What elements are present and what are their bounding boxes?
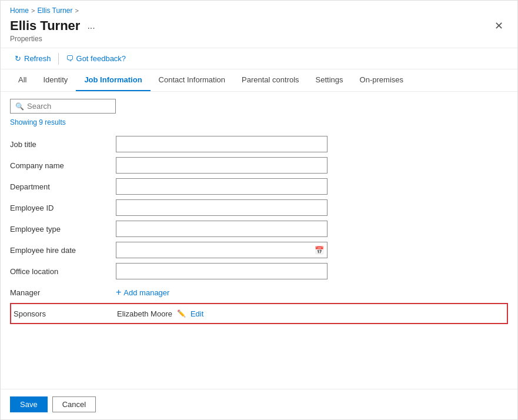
input-job-title[interactable] [116,136,327,152]
control-company-name [116,157,327,174]
tab-job-information[interactable]: Job Information [76,69,150,91]
toolbar-separator [58,53,59,65]
form-row-job-title: Job title [10,134,508,155]
tab-all[interactable]: All [10,69,35,91]
search-container: 🔍 [10,99,116,114]
page-wrapper: Home > Ellis Turner > Ellis Turner ... ✕… [0,0,518,420]
sponsor-name: Elizabeth Moore [117,309,172,318]
tab-parental-controls[interactable]: Parental controls [233,69,308,91]
tabs-container: All Identity Job Information Contact Inf… [1,69,517,92]
input-office-location[interactable] [116,263,327,279]
form-row-department: Department [10,176,508,197]
add-manager-label: Add manager [123,288,169,297]
form-row-company-name: Company name [10,155,508,176]
control-job-title [116,136,327,152]
control-manager: + Add manager [116,287,327,298]
tab-contact-information[interactable]: Contact Information [151,69,233,91]
breadcrumb-separator-2: > [75,7,78,14]
label-company-name: Company name [10,161,116,170]
subtitle: Properties [1,35,517,48]
control-employee-type [116,221,327,237]
control-hire-date: 📅 [116,242,327,258]
tab-settings[interactable]: Settings [308,69,352,91]
tab-identity[interactable]: Identity [35,69,76,91]
cancel-button[interactable]: Cancel [52,396,96,412]
feedback-label: Got feedback? [76,54,126,63]
date-input-wrapper: 📅 [116,242,327,258]
form-row-sponsors: Sponsors Elizabeth Moore ✏️ Edit [10,303,508,324]
label-hire-date: Employee hire date [10,246,116,255]
results-count: Showing 9 results [10,118,508,126]
form-row-manager: Manager + Add manager [10,282,508,303]
feedback-button[interactable]: 🗨 Got feedback? [61,52,131,65]
plus-icon: + [116,287,121,298]
label-manager: Manager [10,288,116,297]
breadcrumb: Home > Ellis Turner > [1,1,517,16]
content-area: 🔍 Showing 9 results Job title Company na… [1,92,517,394]
input-department[interactable] [116,178,327,195]
search-input[interactable] [27,102,103,111]
breadcrumb-home[interactable]: Home [10,6,29,15]
page-title: Ellis Turner [10,18,80,34]
footer: Save Cancel [1,389,517,419]
label-sponsors: Sponsors [11,309,117,318]
input-employee-id[interactable] [116,199,327,216]
refresh-button[interactable]: ↻ Refresh [10,52,56,65]
refresh-icon: ↻ [15,54,21,63]
form-row-hire-date: Employee hire date 📅 [10,239,508,261]
form-row-office-location: Office location [10,261,508,282]
input-employee-type[interactable] [116,221,327,237]
title-area: Ellis Turner ... ✕ [1,16,517,35]
input-company-name[interactable] [116,157,327,174]
more-options-button[interactable]: ... [85,19,97,32]
close-button[interactable]: ✕ [490,18,508,34]
breadcrumb-user[interactable]: Ellis Turner [37,6,72,15]
label-office-location: Office location [10,267,116,276]
label-employee-id: Employee ID [10,204,116,212]
feedback-icon: 🗨 [66,54,73,63]
label-job-title: Job title [10,140,116,149]
calendar-icon: 📅 [315,246,324,255]
breadcrumb-separator-1: > [31,7,35,14]
add-manager-button[interactable]: + Add manager [116,287,169,298]
edit-pencil-icon[interactable]: ✏️ [177,309,186,318]
title-left: Ellis Turner ... [10,18,98,34]
sponsors-content: Elizabeth Moore ✏️ Edit [117,309,203,318]
edit-sponsor-link[interactable]: Edit [191,309,203,318]
control-department [116,178,327,195]
form-row-employee-id: Employee ID [10,197,508,218]
label-department: Department [10,182,116,191]
search-icon: 🔍 [15,102,24,111]
toolbar: ↻ Refresh 🗨 Got feedback? [1,48,517,69]
control-office-location [116,263,327,279]
input-hire-date[interactable] [116,242,327,258]
form-row-employee-type: Employee type [10,218,508,239]
save-button[interactable]: Save [10,396,48,412]
tab-on-premises[interactable]: On-premises [352,69,412,91]
control-employee-id [116,199,327,216]
refresh-label: Refresh [24,54,51,63]
label-employee-type: Employee type [10,225,116,234]
